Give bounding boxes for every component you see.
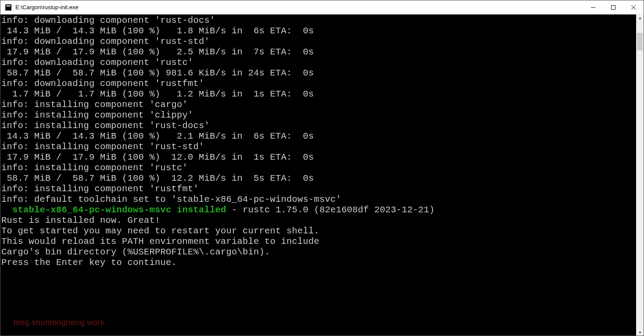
terminal-line: info: installing component 'rustfmt' <box>1 184 636 194</box>
scroll-down-button[interactable] <box>636 329 644 336</box>
terminal-success-line: stable-x86_64-pc-windows-msvc installed … <box>1 205 636 215</box>
terminal-line: To get started you may need to restart y… <box>1 226 636 236</box>
vertical-scrollbar[interactable] <box>636 14 644 336</box>
scroll-track[interactable] <box>636 22 644 329</box>
maximize-button[interactable] <box>603 0 623 14</box>
minimize-button[interactable] <box>583 0 603 14</box>
terminal-line: info: installing component 'clippy' <box>1 110 636 121</box>
terminal-line: This would reload its PATH environment v… <box>1 236 636 247</box>
titlebar: E:\Cargon\rustup-init.exe <box>0 0 644 14</box>
svg-marker-7 <box>639 332 641 334</box>
terminal-line: 1.7 MiB / 1.7 MiB (100 %) 1.2 MiB/s in 1… <box>1 89 636 100</box>
terminal-line: Cargo's bin directory (%USERPROFILE%\.ca… <box>1 247 636 257</box>
terminal-line: info: installing component 'rust-docs' <box>1 121 636 131</box>
success-green-text: stable-x86_64-pc-windows-msvc installed <box>1 205 226 215</box>
terminal-line: info: installing component 'cargo' <box>1 100 636 110</box>
client-area: info: downloading component 'rust-docs' … <box>0 14 644 336</box>
terminal-line: 58.7 MiB / 58.7 MiB (100 %) 12.2 MiB/s i… <box>1 173 636 184</box>
scroll-up-button[interactable] <box>636 14 644 22</box>
terminal-line: info: installing component 'rust-std' <box>1 142 636 152</box>
terminal-line: info: installing component 'rustc' <box>1 163 636 173</box>
terminal-line: 17.9 MiB / 17.9 MiB (100 %) 12.0 MiB/s i… <box>1 152 636 163</box>
terminal-line: 14.3 MiB / 14.3 MiB (100 %) 2.1 MiB/s in… <box>1 131 636 142</box>
terminal-line: 58.7 MiB / 58.7 MiB (100 %) 981.6 KiB/s … <box>1 68 636 79</box>
scroll-thumb[interactable] <box>637 33 643 50</box>
terminal-line: Press the Enter key to continue. <box>1 257 636 268</box>
terminal-line: 17.9 MiB / 17.9 MiB (100 %) 2.5 MiB/s in… <box>1 47 636 57</box>
terminal-line: info: downloading component 'rust-std' <box>1 36 636 47</box>
svg-rect-3 <box>612 5 615 9</box>
terminal-line: info: downloading component 'rustfmt' <box>1 79 636 89</box>
terminal-line: info: downloading component 'rust-docs' <box>1 15 636 26</box>
success-rest-text: - rustc 1.75.0 (82e1608df 2023-12-21) <box>226 205 435 215</box>
window-title: E:\Cargon\rustup-init.exe <box>15 4 79 11</box>
close-button[interactable] <box>623 0 644 14</box>
svg-marker-6 <box>639 17 641 19</box>
svg-rect-1 <box>6 5 11 7</box>
terminal-line: 14.3 MiB / 14.3 MiB (100 %) 1.8 MiB/s in… <box>1 26 636 36</box>
terminal-line: info: downloading component 'rustc' <box>1 57 636 68</box>
terminal-line: info: default toolchain set to 'stable-x… <box>1 194 636 205</box>
terminal-output[interactable]: info: downloading component 'rust-docs' … <box>0 14 636 336</box>
terminal-line: Rust is installed now. Great! <box>1 215 636 226</box>
app-icon <box>5 4 12 11</box>
